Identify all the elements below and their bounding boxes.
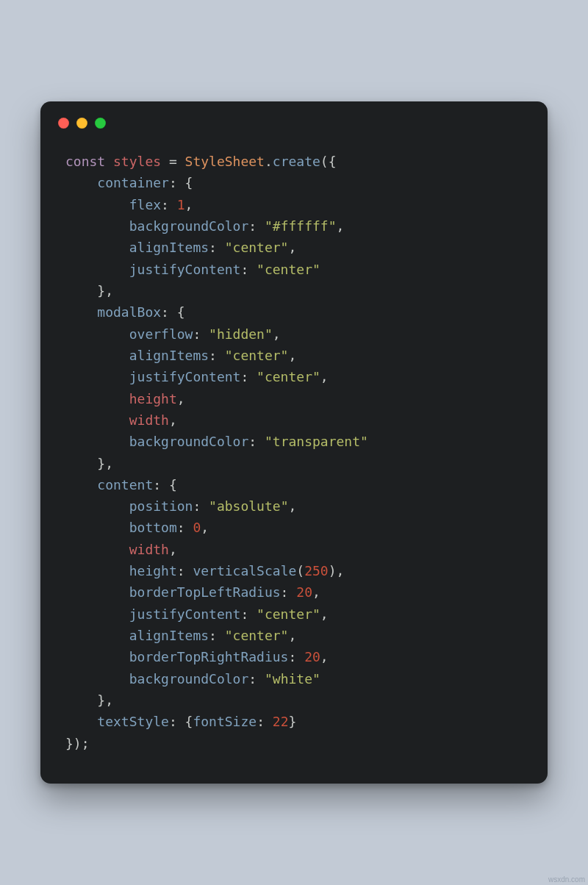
type-stylesheet: StyleSheet (185, 154, 265, 169)
key-container: container (97, 175, 169, 190)
fn-verticalscale: verticalScale (193, 563, 296, 578)
key-content: content (97, 477, 153, 492)
window-titlebar (40, 101, 548, 129)
fn-create: create (273, 154, 320, 169)
identifier-styles: styles (113, 154, 161, 169)
key-textstyle: textStyle (97, 714, 169, 729)
code-block: const styles = StyleSheet.create({ conta… (40, 129, 548, 754)
minimize-icon[interactable] (76, 118, 87, 129)
code-window: const styles = StyleSheet.create({ conta… (40, 101, 548, 784)
zoom-icon[interactable] (95, 118, 106, 129)
keyword-const: const (65, 154, 105, 169)
watermark-text: wsxdn.com (548, 875, 585, 884)
key-modalbox: modalBox (97, 304, 161, 320)
close-icon[interactable] (58, 118, 69, 129)
